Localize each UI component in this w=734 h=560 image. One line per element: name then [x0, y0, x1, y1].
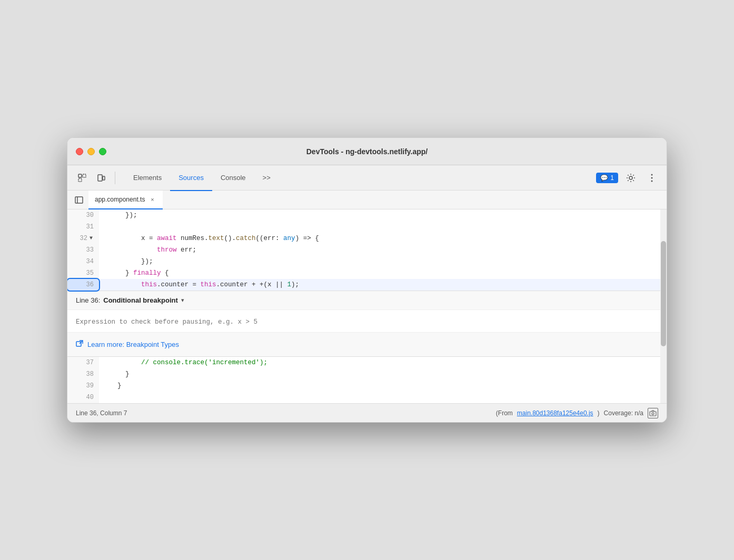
code-container: 30 }); 31 32 ▼ x = await numRes.text().c… [67, 209, 667, 403]
toolbar-tabs: Elements Sources Console >> [125, 165, 279, 191]
fold-arrow-32: ▼ [90, 233, 93, 244]
code-line-30[interactable]: 30 }); [67, 209, 667, 221]
file-tab-bar: app.component.ts × [67, 191, 667, 209]
code-line-32[interactable]: 32 ▼ x = await numRes.text().catch((err:… [67, 233, 667, 244]
screenshot-icon[interactable] [648, 408, 658, 418]
svg-rect-2 [78, 178, 82, 182]
code-line-34[interactable]: 34 }); [67, 256, 667, 267]
device-toolbar-button[interactable] [93, 169, 110, 186]
line-number-38: 38 [67, 368, 99, 380]
svg-rect-3 [98, 175, 102, 181]
line-number-35: 35 [67, 267, 99, 279]
line-number-40: 40 [67, 392, 99, 403]
scrollbar-thumb[interactable] [661, 241, 666, 346]
scrollbar-track [660, 209, 667, 403]
breakpoint-header: Line 36: Conditional breakpoint ▾ [67, 291, 667, 310]
line-number-32: 32 ▼ [67, 233, 99, 244]
breakpoint-type-chevron[interactable]: ▾ [181, 297, 184, 304]
code-line-37[interactable]: 37 // console.trace('incremented'); [67, 357, 667, 368]
line-number-31: 31 [67, 221, 99, 233]
line-content-39: } [99, 380, 667, 392]
tab-console[interactable]: Console [212, 166, 254, 191]
settings-button[interactable] [622, 169, 639, 186]
code-line-40[interactable]: 40 [67, 392, 667, 403]
line-number-30: 30 [67, 209, 99, 221]
breakpoint-expression-input[interactable] [76, 318, 658, 326]
line-content-37: // console.trace('incremented'); [99, 357, 667, 368]
source-file-link[interactable]: main.80d1368fa125e4e0.js [517, 409, 593, 417]
line-number-37: 37 [67, 357, 99, 368]
status-bar-right: (From main.80d1368fa125e4e0.js ) Coverag… [496, 408, 658, 418]
code-area: 30 }); 31 32 ▼ x = await numRes.text().c… [67, 209, 667, 403]
line-number-36: 36 [67, 279, 99, 291]
maximize-button[interactable] [99, 148, 106, 155]
line-content-30: }); [99, 209, 667, 221]
toolbar-right: 💬 1 [596, 169, 660, 186]
svg-point-7 [651, 177, 653, 178]
code-line-36[interactable]: 36 this.counter = this.counter + +(x || … [67, 279, 667, 291]
svg-rect-12 [650, 412, 656, 416]
code-line-31[interactable]: 31 [67, 221, 667, 233]
line-number-34: 34 [67, 256, 99, 267]
tab-more[interactable]: >> [254, 166, 279, 191]
breakpoint-popup: Line 36: Conditional breakpoint ▾ Learn … [67, 291, 667, 357]
devtools-toolbar: Elements Sources Console >> 💬 1 [67, 165, 667, 191]
svg-point-13 [652, 413, 654, 415]
devtools-window: DevTools - ng-devtools.netlify.app/ Elem… [67, 137, 667, 423]
svg-rect-4 [103, 176, 105, 180]
code-line-38[interactable]: 38 } [67, 368, 667, 380]
svg-point-6 [651, 174, 653, 175]
code-line-35[interactable]: 35 } finally { [67, 267, 667, 279]
status-bar: Line 36, Column 7 (From main.80d1368fa12… [67, 403, 667, 422]
cursor-position: Line 36, Column 7 [76, 409, 127, 417]
line-content-35: } finally { [99, 267, 667, 279]
line-content-32: x = await numRes.text().catch((err: any)… [99, 233, 667, 244]
sidebar-toggle-button[interactable] [72, 193, 86, 207]
code-line-33[interactable]: 33 throw err; [67, 244, 667, 256]
learn-more-link[interactable]: Learn more: Breakpoint Types [87, 341, 179, 348]
file-tab-close-button[interactable]: × [148, 195, 156, 204]
traffic-lights [76, 148, 106, 155]
file-tab-name: app.component.ts [95, 196, 145, 203]
line-content-36: this.counter = this.counter + +(x || 1); [99, 279, 667, 291]
breakpoint-type-label: Conditional breakpoint [103, 296, 178, 304]
inspect-element-button[interactable] [74, 169, 91, 186]
toolbar-separator-1 [115, 172, 115, 184]
external-link-icon [76, 340, 83, 349]
line-number-33: 33 [67, 244, 99, 256]
from-label: (From [496, 409, 513, 417]
code-line-39[interactable]: 39 } [67, 380, 667, 392]
message-icon: 💬 [600, 174, 608, 182]
svg-rect-1 [83, 174, 86, 177]
file-tab-app-component[interactable]: app.component.ts × [88, 191, 163, 209]
title-bar: DevTools - ng-devtools.netlify.app/ [67, 138, 667, 165]
close-button[interactable] [76, 148, 83, 155]
window-title: DevTools - ng-devtools.netlify.app/ [306, 147, 428, 156]
svg-point-5 [629, 176, 632, 179]
breakpoint-input-area [67, 310, 667, 333]
line-content-33: throw err; [99, 244, 667, 256]
tab-elements[interactable]: Elements [125, 166, 170, 191]
message-count: 1 [610, 174, 614, 182]
minimize-button[interactable] [87, 148, 95, 155]
tab-sources[interactable]: Sources [170, 166, 212, 191]
svg-point-8 [651, 180, 653, 182]
svg-rect-0 [78, 174, 82, 177]
line-number-39: 39 [67, 380, 99, 392]
breakpoint-line-label: Line 36: [76, 296, 100, 304]
svg-rect-9 [75, 197, 83, 203]
coverage-label: Coverage: n/a [604, 409, 643, 417]
message-badge[interactable]: 💬 1 [596, 173, 618, 183]
line-content-38: } [99, 368, 667, 380]
breakpoint-link-area: Learn more: Breakpoint Types [67, 333, 667, 356]
more-options-button[interactable] [643, 169, 660, 186]
line-content-34: }); [99, 256, 667, 267]
closing-paren: ) [598, 409, 600, 417]
